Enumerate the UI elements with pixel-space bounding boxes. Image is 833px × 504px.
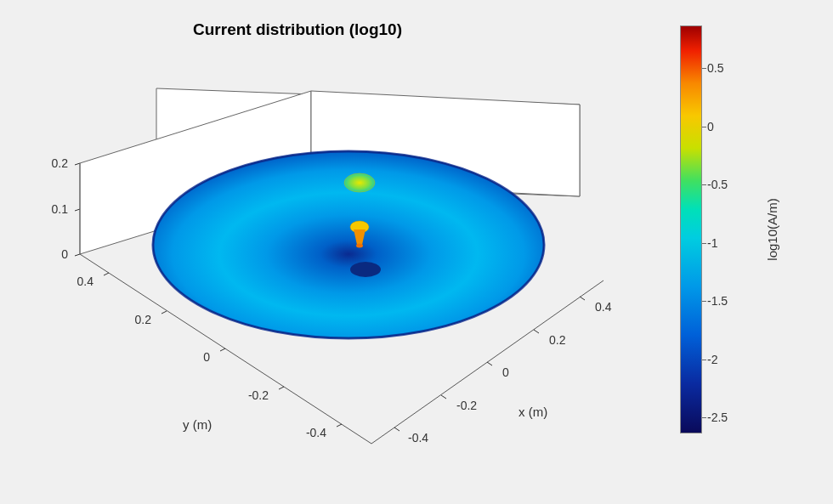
svg-line-16 — [487, 362, 492, 365]
z-tick-0: 0 — [61, 247, 68, 261]
feed-base — [356, 244, 363, 248]
x-tick-2: 0 — [502, 365, 509, 379]
feed-top — [344, 173, 375, 192]
svg-line-6 — [75, 163, 80, 165]
svg-line-5 — [75, 209, 80, 211]
cb-tick-6: 0.5 — [707, 61, 723, 75]
svg-line-18 — [580, 297, 585, 300]
svg-line-15 — [441, 395, 446, 399]
svg-line-4 — [75, 254, 80, 256]
x-tick-1: -0.2 — [456, 399, 477, 412]
matlab-figure: Current distribution (log10) 0 0.1 0.2 z… — [0, 0, 833, 504]
cb-tick-3: -1 — [707, 236, 717, 250]
z-tick-2: 0.2 — [52, 156, 69, 170]
colorbar[interactable]: -2.5 -2 -1.5 -1 -0.5 0 0.5 log10(A/m) — [680, 25, 782, 476]
colorbar-label: log10(A/m) — [765, 198, 779, 260]
svg-line-14 — [394, 428, 400, 431]
y-tick-1: -0.2 — [248, 388, 269, 402]
cb-tick-4: -0.5 — [707, 178, 728, 191]
x-tick-4: 0.4 — [595, 300, 612, 314]
cb-tick-0: -2.5 — [707, 411, 728, 424]
x-tick-3: 0.2 — [549, 333, 566, 347]
colorbar-gradient — [680, 25, 702, 433]
y-axis-label: y (m) — [183, 417, 212, 432]
x-tick-0: -0.4 — [408, 431, 428, 445]
axes-3d[interactable]: 0 0.1 0.2 z (m) 0.4 0.2 0 -0.2 -0.4 y (m… — [42, 51, 638, 484]
y-tick-0: -0.4 — [306, 426, 326, 439]
axes-3d-svg: 0 0.1 0.2 z (m) 0.4 0.2 0 -0.2 -0.4 y (m… — [42, 51, 638, 484]
y-tick-3: 0.2 — [135, 313, 152, 326]
svg-line-17 — [534, 330, 539, 333]
y-tick-4: 0.4 — [77, 275, 94, 288]
y-tick-2: 0 — [203, 350, 210, 364]
svg-line-10 — [220, 348, 225, 351]
dish-center — [350, 262, 381, 277]
svg-line-8 — [104, 273, 109, 275]
x-axis-label: x (m) — [518, 405, 547, 419]
svg-line-12 — [337, 424, 342, 427]
z-tick-1: 0.1 — [52, 202, 69, 216]
cb-tick-1: -2 — [707, 353, 717, 366]
cb-tick-2: -1.5 — [707, 294, 728, 308]
svg-line-11 — [279, 387, 284, 389]
chart-title: Current distribution (log10) — [0, 20, 595, 39]
svg-line-9 — [162, 311, 167, 314]
cb-tick-5: 0 — [707, 120, 714, 133]
